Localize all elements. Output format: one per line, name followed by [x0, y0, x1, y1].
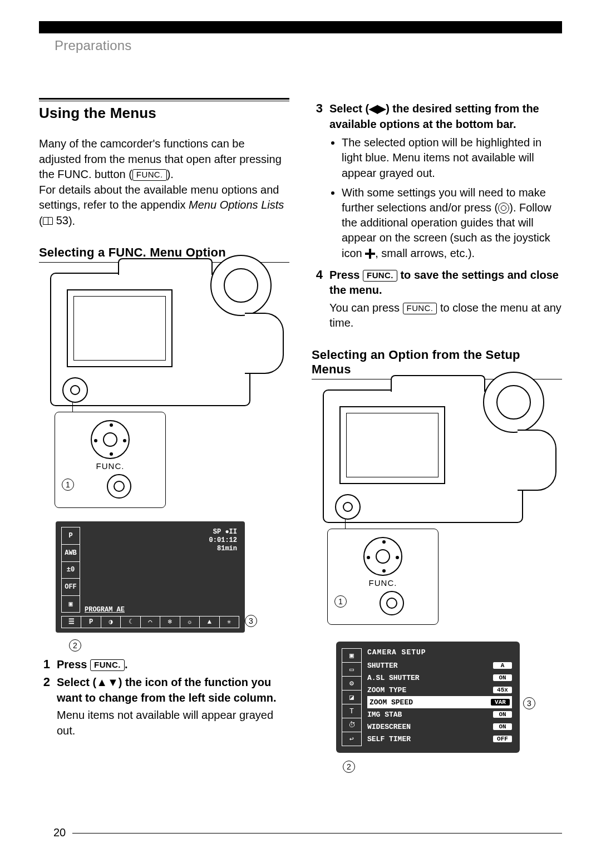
setup-row: ZOOM SPEEDVAR [367, 696, 512, 708]
appendix-title: Menu Options Lists [189, 199, 284, 211]
setup-row: ZOOM TYPE45x [367, 684, 512, 696]
setup-row: SELF TIMEROFF [367, 733, 512, 745]
step-3-bullet-1: The selected option will be highlighted … [342, 135, 562, 181]
manual-page: Preparations Using the Menus Many of the… [0, 0, 601, 868]
camcorder-illustration: FUNC. 1 [39, 273, 289, 508]
func-button-icon [107, 474, 131, 499]
setup-side-tabs: ▣▭⚙◪T⏱↩ [342, 648, 362, 746]
footer-rule [72, 833, 562, 834]
step-4: 4 Press FUNC. to save the settings and c… [312, 268, 562, 331]
callout-marker-1: 1 [334, 595, 347, 608]
callout-marker-2: 2 [69, 639, 81, 652]
setup-row: WIDESCREENON [367, 721, 512, 733]
func-key: FUNC. [90, 659, 125, 671]
osd-program-ae: PROGRAM AE [85, 606, 125, 614]
func-button-icon [380, 591, 404, 615]
step-2: 2 Select (▲▼) the icon of the function y… [39, 675, 289, 738]
setup-menu-screenshot: ▣▭⚙◪T⏱↩ CAMERA SETUP SHUTTERAA.SL SHUTTE… [336, 642, 520, 753]
osd-side-column: P AWB ±0 OFF ▣ [61, 527, 80, 613]
callout-marker-3: 3 [523, 697, 535, 709]
joystick-icon [365, 249, 375, 259]
right-column: 3 Select (◀▶) the desired setting from t… [312, 98, 562, 775]
func-key: FUNC. [132, 169, 167, 181]
section-heading: Using the Menus [39, 105, 289, 122]
func-key: FUNC. [363, 270, 397, 282]
intro-paragraph-2: For details about the available menu opt… [39, 183, 289, 229]
osd-bottombar: ☰ P ◑ ☾ ⌒ ❄ ☼ ▲ ✳ [61, 616, 239, 628]
callout-marker-1: 1 [62, 479, 74, 491]
page-number: 20 [53, 826, 66, 839]
setup-row: A.SL SHUTTERON [367, 672, 512, 684]
intro-paragraph: Many of the camcorder's functions can be… [39, 136, 289, 183]
step-2-note: Menu items not available will appear gra… [57, 708, 289, 738]
func-callout: FUNC. 1 [55, 412, 166, 508]
func-menu-screenshot: P AWB ±0 OFF ▣ SP ●II 0:01:12 81min PROG… [56, 521, 245, 633]
func-label: FUNC. [334, 578, 431, 588]
setup-rows: SHUTTERAA.SL SHUTTERONZOOM TYPE45xZOOM S… [367, 659, 512, 745]
step-3: 3 Select (◀▶) the desired setting from t… [312, 101, 562, 265]
step-4-note: You can press FUNC. to close the menu at… [329, 300, 562, 331]
step-1: 1 Press FUNC.. [39, 657, 289, 673]
chapter-title: Preparations [55, 38, 562, 53]
book-icon [43, 217, 53, 225]
left-column: Using the Menus Many of the camcorder's … [39, 98, 289, 775]
callout-marker-2: 2 [343, 761, 355, 773]
setup-row: IMG STABON [367, 708, 512, 721]
set-dial-icon [498, 203, 509, 214]
joystick-icon [363, 537, 402, 576]
step-3-instruction: Select (◀▶) the desired setting from the… [329, 102, 539, 130]
step-3-bullet-2: With some settings you will need to make… [342, 185, 562, 261]
callout-marker-3: 3 [245, 615, 257, 627]
setup-row: SHUTTERA [367, 659, 512, 672]
page-reference: 53 [43, 213, 68, 229]
tab-bar [39, 21, 562, 33]
osd-status: SP ●II 0:01:12 81min [209, 528, 237, 553]
setup-title: CAMERA SETUP [367, 648, 512, 657]
func-callout-2: FUNC. 1 [327, 529, 439, 625]
joystick-icon [91, 420, 130, 459]
step-2-instruction: Select (▲▼) the icon of the function you… [57, 676, 276, 704]
func-key: FUNC. [403, 303, 437, 314]
func-label: FUNC. [62, 461, 159, 471]
camcorder-illustration-2: FUNC. 1 [312, 389, 562, 625]
